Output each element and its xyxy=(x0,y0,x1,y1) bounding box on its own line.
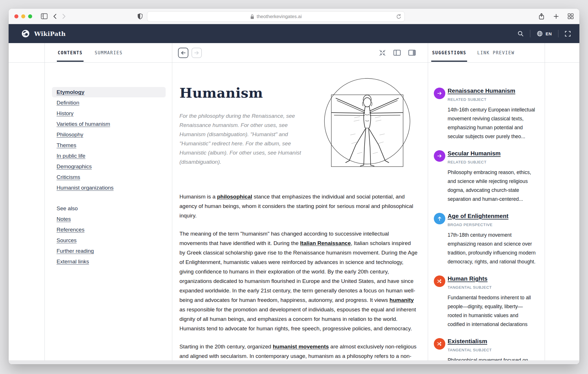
reload-icon[interactable] xyxy=(396,14,402,20)
suggestion-label: BROAD PERSPECTIVE xyxy=(448,223,536,227)
suggestion-title[interactable]: Human Rights xyxy=(448,275,488,282)
shield-icon[interactable] xyxy=(137,13,143,20)
back-button[interactable] xyxy=(178,48,188,58)
suggestion-description: Philosophy embracing reason, ethics, and… xyxy=(448,168,536,204)
toc-item-humanist-organizations[interactable]: Humanist organizations xyxy=(52,183,166,193)
suggestion-card: Existentialism TANGENTAL SUBJECT Philoso… xyxy=(434,338,536,360)
diverge-icon xyxy=(434,275,445,287)
compress-icon[interactable] xyxy=(379,49,386,56)
toc-item-further-reading[interactable]: Further reading xyxy=(52,246,166,256)
suggestion-title[interactable]: Age of Enlightenment xyxy=(448,213,508,219)
app-header: WikiPath EN xyxy=(9,24,579,43)
toc-item-philosophy[interactable]: Philosophy xyxy=(52,130,166,140)
url-bar[interactable]: theotherkevingates.ai xyxy=(147,11,405,22)
app-body: CONTENTS SUMMARIES xyxy=(9,43,579,360)
suggestion-label: RELATED SUBJECT xyxy=(448,97,536,102)
toc-item-etymology[interactable]: Etymology xyxy=(52,87,166,97)
arrow-up-icon xyxy=(434,213,445,224)
paragraph-text: Starting in the 20th century, organized xyxy=(179,344,273,350)
fullscreen-icon[interactable] xyxy=(565,31,571,37)
link-humanist-movements[interactable]: humanist movements xyxy=(273,344,329,350)
toc-label-see-also: See also xyxy=(52,203,166,214)
window-bottom-strip xyxy=(9,360,579,364)
browser-window: theotherkevingates.ai WikiPath xyxy=(9,9,579,364)
right-gutter xyxy=(545,63,579,360)
close-window-button[interactable] xyxy=(14,14,18,18)
app-brand[interactable]: WikiPath xyxy=(21,29,66,38)
toc-item-definition[interactable]: Definition xyxy=(52,98,166,108)
toc-item-references[interactable]: References xyxy=(52,225,166,235)
tab-overview-icon[interactable] xyxy=(568,13,574,19)
suggestion-description: 17th-18th century movement emphasizing r… xyxy=(448,231,536,266)
suggestion-title[interactable]: Secular Humanism xyxy=(448,150,501,157)
traffic-lights xyxy=(14,14,32,18)
arrow-right-icon xyxy=(434,150,445,162)
suggestion-description: Philosophical movement focused on xyxy=(448,356,536,360)
toc-item-history[interactable]: History xyxy=(52,108,166,119)
tab-suggestions[interactable]: SUGGESTIONS xyxy=(432,43,466,62)
zoom-window-button[interactable] xyxy=(28,14,32,18)
header-divider xyxy=(558,30,558,37)
chevron-forward-icon[interactable] xyxy=(62,14,66,19)
left-gutter xyxy=(9,63,45,360)
suggestion-card: Secular Humanism RELATED SUBJECT Philoso… xyxy=(434,150,536,204)
article-body: Humanism is a philosophical stance that … xyxy=(179,192,417,360)
suggestion-card: Human Rights TANGENTAL SUBJECT Fundament… xyxy=(434,275,536,329)
tab-summaries[interactable]: SUMMARIES xyxy=(95,43,123,62)
toc-item-notes[interactable]: Notes xyxy=(52,214,166,224)
tab-contents[interactable]: CONTENTS xyxy=(58,43,83,62)
forward-button[interactable] xyxy=(192,48,202,58)
header-divider xyxy=(530,30,530,37)
suggestion-card: Renaissance Humanism RELATED SUBJECT 14t… xyxy=(434,87,536,141)
paragraph-3: Starting in the 20th century, organized … xyxy=(179,342,417,360)
main-toolbar xyxy=(172,43,428,63)
toc-item-sources[interactable]: Sources xyxy=(52,235,166,246)
toc-item-criticisms[interactable]: Criticisms xyxy=(52,172,166,182)
toc-item-in-public-life[interactable]: In public life xyxy=(52,151,166,161)
link-philosophical[interactable]: philosophical xyxy=(217,194,252,200)
paragraph-text: , Italian scholars inspired by Greek cla… xyxy=(179,240,417,303)
paragraph-text: as responsible for the promotion and dev… xyxy=(179,306,416,331)
lock-icon xyxy=(250,14,254,19)
hatnote: For the philosophy during the Renaissanc… xyxy=(179,111,312,167)
new-tab-icon[interactable] xyxy=(553,14,559,19)
globe-logo-icon xyxy=(21,29,30,38)
browser-chrome: theotherkevingates.ai xyxy=(9,9,579,24)
suggestion-label: RELATED SUBJECT xyxy=(448,160,536,164)
paragraph-2: The meaning of the term "humanism" has c… xyxy=(179,229,417,333)
toc-item-demographics[interactable]: Demographics xyxy=(52,161,166,172)
link-italian-renaissance[interactable]: Italian Renaissance xyxy=(300,240,351,246)
panel-left-icon[interactable] xyxy=(393,50,401,56)
toc-item-varieties[interactable]: Varieties of humanism xyxy=(52,119,166,129)
minimize-window-button[interactable] xyxy=(21,14,25,18)
arrow-right-icon xyxy=(434,88,445,99)
url-text: theotherkevingates.ai xyxy=(257,14,302,19)
chevron-back-icon[interactable] xyxy=(53,14,57,19)
article-panel: Humanism For the philosophy during the R… xyxy=(172,63,428,360)
link-humanity[interactable]: humanity xyxy=(390,297,414,303)
suggestion-label: TANGENTAL SUBJECT xyxy=(448,348,536,352)
toc-item-themes[interactable]: Themes xyxy=(52,140,166,151)
suggestion-title[interactable]: Renaissance Humanism xyxy=(448,87,515,94)
vitruvian-man-image xyxy=(323,78,412,172)
search-icon[interactable] xyxy=(517,30,524,37)
language-selector[interactable]: EN xyxy=(537,30,552,37)
app-title: WikiPath xyxy=(34,30,66,37)
suggestion-description: 14th-16th century European intellectual … xyxy=(448,105,536,141)
panel-right-icon[interactable] xyxy=(408,50,416,56)
paragraph-text: Humanism is a xyxy=(179,194,217,200)
right-gutter-header xyxy=(545,43,579,63)
sidebar-toggle-icon[interactable] xyxy=(41,13,48,19)
toc-item-external-links[interactable]: External links xyxy=(52,257,166,267)
suggestion-card: Age of Enlightenment BROAD PERSPECTIVE 1… xyxy=(434,213,536,266)
paragraph-1: Humanism is a philosophical stance that … xyxy=(179,192,417,220)
left-gutter-header xyxy=(9,43,45,63)
suggestion-description: Fundamental freedoms inherent to all peo… xyxy=(448,293,536,329)
suggestions-tabbar: SUGGESTIONS LINK PREVIEW xyxy=(428,43,545,63)
suggestion-title[interactable]: Existentialism xyxy=(448,338,487,345)
share-icon[interactable] xyxy=(538,13,545,20)
contents-tabbar: CONTENTS SUMMARIES xyxy=(45,43,172,63)
tab-link-preview[interactable]: LINK PREVIEW xyxy=(477,43,514,62)
suggestion-label: TANGENTAL SUBJECT xyxy=(448,285,536,290)
contents-panel: Etymology Definition History Varieties o… xyxy=(45,63,172,360)
